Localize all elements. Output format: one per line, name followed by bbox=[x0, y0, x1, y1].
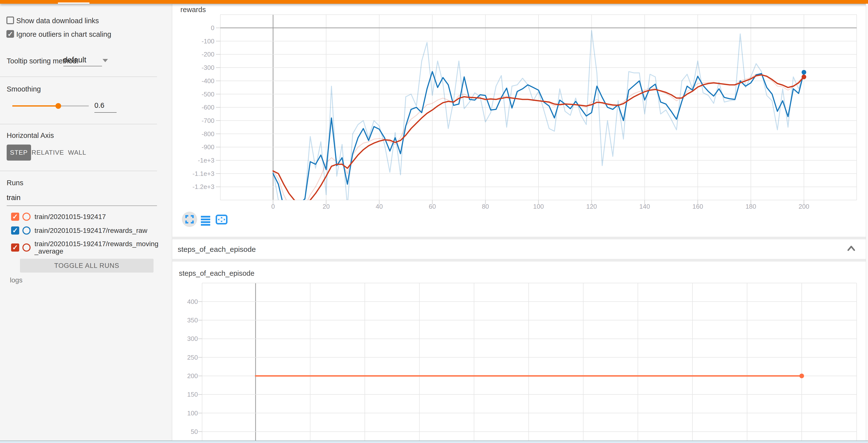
run-row-1[interactable]: ✓ train/20201015-192417/rewards_raw bbox=[0, 226, 172, 240]
horizontal-scrollbar[interactable] bbox=[0, 441, 868, 443]
svg-text:-900: -900 bbox=[202, 143, 214, 151]
toggle-all-runs-button[interactable]: TOGGLE ALL RUNS bbox=[20, 259, 154, 272]
svg-text:400: 400 bbox=[187, 298, 198, 305]
svg-text:300: 300 bbox=[187, 335, 198, 342]
svg-text:50: 50 bbox=[191, 428, 198, 435]
svg-text:250: 250 bbox=[187, 354, 198, 361]
ignore-outliers-checkbox[interactable]: ✓ bbox=[6, 30, 14, 38]
logdir-label: logs bbox=[10, 276, 23, 284]
smoothing-slider-thumb[interactable] bbox=[56, 103, 61, 109]
svg-text:100: 100 bbox=[187, 409, 198, 417]
horizontal-bars-icon[interactable] bbox=[201, 216, 210, 226]
chart-title-rewards: rewards bbox=[180, 6, 206, 14]
axis-step-button[interactable]: STEP bbox=[7, 145, 31, 160]
svg-text:-400: -400 bbox=[202, 77, 214, 85]
steps-chart-card: steps_of_each_episode 400350300250200150… bbox=[172, 261, 867, 443]
svg-text:-1e+3: -1e+3 bbox=[198, 157, 214, 164]
svg-text:120: 120 bbox=[586, 203, 597, 210]
run-checkbox[interactable]: ✓ bbox=[11, 243, 19, 252]
smoothing-slider[interactable] bbox=[12, 105, 89, 107]
run-row-2[interactable]: ✓ train/20201015-192417/rewards_moving_a… bbox=[0, 240, 172, 258]
dashboard-content: rewards 0-100-200-300-400-500-600-700-80… bbox=[172, 4, 868, 443]
run-color-circle-icon[interactable] bbox=[23, 227, 31, 235]
fullscreen-icon[interactable] bbox=[185, 215, 194, 224]
chart-toolbar bbox=[172, 211, 246, 233]
settings-sidebar: Show data download links ✓ Ignore outlie… bbox=[0, 4, 172, 443]
run-filter-input[interactable] bbox=[7, 194, 157, 202]
svg-text:-200: -200 bbox=[202, 51, 214, 58]
section-title: steps_of_each_episode bbox=[178, 245, 256, 254]
smoothing-value-underline bbox=[94, 112, 117, 113]
steps-line-chart[interactable]: 40035030025020015010050 bbox=[172, 262, 866, 443]
svg-text:80: 80 bbox=[482, 203, 489, 210]
run-checkbox[interactable]: ✓ bbox=[11, 227, 19, 235]
run-checkbox[interactable]: ✓ bbox=[11, 213, 19, 221]
svg-text:200: 200 bbox=[187, 372, 198, 380]
check-icon: ✓ bbox=[7, 31, 13, 37]
divider bbox=[0, 77, 157, 77]
svg-text:150: 150 bbox=[187, 391, 198, 398]
app-header-bar bbox=[0, 0, 868, 4]
check-icon: ✓ bbox=[11, 213, 19, 221]
svg-text:0: 0 bbox=[211, 24, 214, 32]
fit-domain-icon[interactable] bbox=[216, 215, 227, 225]
runs-label: Runs bbox=[7, 179, 23, 187]
svg-text:140: 140 bbox=[639, 203, 650, 210]
ignore-outliers-label: Ignore outliers in chart scaling bbox=[16, 30, 111, 38]
smoothing-label: Smoothing bbox=[7, 85, 41, 93]
vertical-scrollbar[interactable] bbox=[866, 4, 868, 441]
show-download-links-checkbox[interactable] bbox=[6, 17, 14, 24]
svg-text:60: 60 bbox=[429, 203, 436, 210]
chart-title-steps: steps_of_each_episode bbox=[179, 269, 254, 277]
section-header-steps[interactable]: steps_of_each_episode bbox=[172, 239, 867, 259]
axis-relative-button[interactable]: RELATIVE bbox=[34, 145, 62, 160]
divider bbox=[0, 124, 157, 124]
check-icon: ✓ bbox=[11, 227, 19, 235]
chevron-up-icon bbox=[846, 243, 857, 254]
svg-text:-500: -500 bbox=[202, 91, 214, 98]
smoothing-slider-fill bbox=[12, 105, 58, 107]
svg-text:100: 100 bbox=[533, 203, 544, 210]
svg-text:-100: -100 bbox=[202, 37, 214, 45]
dropdown-underline bbox=[63, 66, 102, 66]
svg-text:160: 160 bbox=[692, 203, 703, 210]
show-download-links-label: Show data download links bbox=[16, 17, 99, 25]
axis-wall-button[interactable]: WALL bbox=[65, 145, 89, 160]
run-label: train/20201015-192417 bbox=[34, 213, 161, 220]
run-color-circle-icon[interactable] bbox=[23, 243, 31, 252]
svg-text:0: 0 bbox=[271, 203, 275, 210]
svg-text:40: 40 bbox=[376, 203, 383, 210]
tooltip-sorting-dropdown[interactable]: default bbox=[63, 56, 102, 67]
run-row-0[interactable]: ✓ train/20201015-192417 bbox=[0, 212, 172, 226]
rewards-chart-card: rewards 0-100-200-300-400-500-600-700-80… bbox=[172, 4, 867, 237]
svg-text:20: 20 bbox=[322, 203, 330, 210]
svg-text:-300: -300 bbox=[202, 64, 214, 71]
run-filter-underline bbox=[7, 205, 157, 206]
svg-text:-1.1e+3: -1.1e+3 bbox=[192, 170, 214, 177]
check-icon: ✓ bbox=[11, 243, 19, 252]
chevron-down-icon bbox=[102, 59, 108, 62]
svg-text:-1.2e+3: -1.2e+3 bbox=[192, 183, 214, 190]
svg-text:200: 200 bbox=[799, 203, 809, 210]
svg-text:350: 350 bbox=[187, 317, 198, 324]
smoothing-value-field[interactable]: 0.6 bbox=[94, 101, 117, 110]
run-label: train/20201015-192417/rewards_raw bbox=[34, 227, 161, 234]
run-label: train/20201015-192417/rewards_moving_ave… bbox=[34, 240, 161, 255]
tooltip-sorting-value: default bbox=[63, 56, 86, 64]
horizontal-axis-label: Horizontal Axis bbox=[7, 131, 54, 140]
rewards-line-chart[interactable]: 0-100-200-300-400-500-600-700-800-900-1e… bbox=[172, 4, 866, 237]
run-color-circle-icon[interactable] bbox=[23, 213, 31, 221]
svg-text:-700: -700 bbox=[202, 117, 214, 124]
divider bbox=[0, 171, 157, 171]
collapse-section-button[interactable] bbox=[846, 243, 857, 254]
svg-text:-800: -800 bbox=[202, 130, 214, 138]
svg-text:-600: -600 bbox=[202, 104, 214, 111]
svg-text:180: 180 bbox=[745, 203, 756, 210]
active-tab-indicator bbox=[58, 2, 89, 4]
